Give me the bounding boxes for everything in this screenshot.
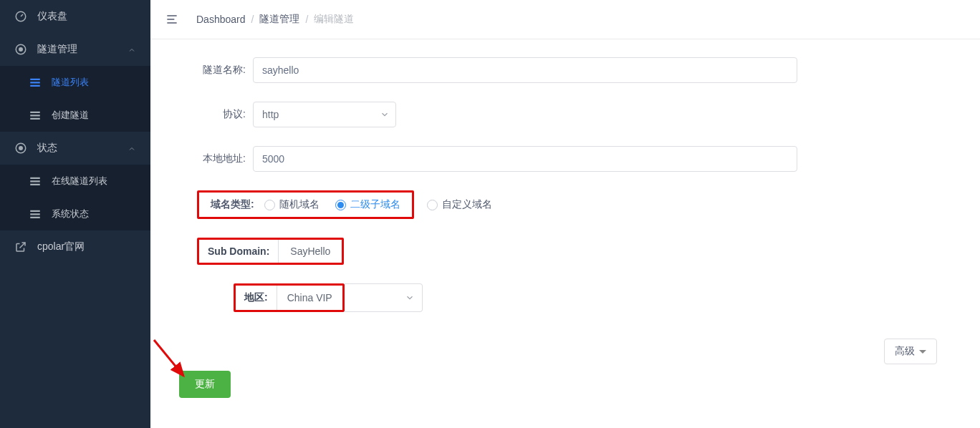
svg-rect-13 xyxy=(30,184,40,185)
svg-rect-8 xyxy=(30,118,40,120)
breadcrumb-sep: / xyxy=(251,14,254,25)
sidebar-item-label: 系统状态 xyxy=(52,208,89,220)
svg-rect-3 xyxy=(30,79,40,80)
chevron-down-icon xyxy=(405,293,415,303)
update-button[interactable]: 更新 xyxy=(179,371,231,398)
advanced-label: 高级 xyxy=(895,345,915,358)
sidebar-item-dashboard[interactable]: 仪表盘 xyxy=(0,0,150,33)
row-tunnel-name: 隧道名称: xyxy=(179,57,951,83)
breadcrumb-sep: / xyxy=(305,14,308,25)
sidebar-item-cpolar-site[interactable]: cpolar官网 xyxy=(0,230,150,263)
radio-label: 随机域名 xyxy=(279,198,320,211)
subdomain-value[interactable]: SayHello xyxy=(279,240,342,263)
radio-random-domain[interactable]: 随机域名 xyxy=(264,198,320,211)
list-icon xyxy=(29,76,42,89)
subdomain-highlight: Sub Domain: SayHello xyxy=(197,238,344,265)
radio-label: 二级子域名 xyxy=(350,198,400,211)
sidebar-item-online-tunnels[interactable]: 在线隧道列表 xyxy=(0,165,150,198)
sidebar-item-tunnel-list[interactable]: 隧道列表 xyxy=(0,66,150,99)
sidebar-item-status[interactable]: 状态 xyxy=(0,132,150,165)
list-icon xyxy=(29,175,42,188)
row-domain-type: 域名类型: 随机域名 二级子域名 自定义域名 xyxy=(179,190,951,219)
sidebar-item-label: cpolar官网 xyxy=(37,240,85,253)
triangle-down-icon xyxy=(919,350,926,354)
region-value: China VIP xyxy=(277,286,342,310)
svg-rect-7 xyxy=(30,115,40,116)
radio-circle-icon xyxy=(264,200,275,210)
toggle-sidebar-icon[interactable] xyxy=(165,12,179,26)
svg-rect-14 xyxy=(30,210,40,212)
row-local-addr: 本地地址: xyxy=(179,146,951,172)
sidebar-item-label: 仪表盘 xyxy=(37,10,67,23)
breadcrumb-current: 编辑隧道 xyxy=(314,13,354,26)
sidebar-item-label: 隧道管理 xyxy=(37,43,77,56)
local-addr-input[interactable] xyxy=(253,146,797,172)
submenu-tunnel-mgmt: 隧道列表 创建隧道 xyxy=(0,66,150,132)
advanced-button[interactable]: 高级 xyxy=(884,339,937,364)
sidebar-item-create-tunnel[interactable]: 创建隧道 xyxy=(0,99,150,132)
svg-rect-16 xyxy=(30,217,40,218)
sidebar-item-label: 创建隧道 xyxy=(52,109,89,122)
breadcrumb-item[interactable]: 隧道管理 xyxy=(259,13,299,26)
domain-type-label: 域名类型: xyxy=(208,198,264,211)
domain-type-highlight: 域名类型: 随机域名 二级子域名 xyxy=(197,190,414,219)
radio-custom-domain[interactable]: 自定义域名 xyxy=(427,198,492,211)
svg-rect-6 xyxy=(30,112,40,113)
svg-rect-12 xyxy=(30,180,40,182)
breadcrumb: Dashboard / 隧道管理 / 编辑隧道 xyxy=(196,13,354,26)
svg-rect-11 xyxy=(30,177,40,179)
protocol-value: http xyxy=(262,109,279,120)
svg-point-2 xyxy=(19,48,23,52)
sidebar-item-label: 状态 xyxy=(37,142,57,155)
dashboard-icon xyxy=(14,10,27,23)
sidebar-item-tunnel-mgmt[interactable]: 隧道管理 xyxy=(0,33,150,66)
sidebar-item-label: 隧道列表 xyxy=(52,76,89,89)
tunnel-name-input[interactable] xyxy=(253,57,797,83)
svg-rect-5 xyxy=(30,85,40,87)
sidebar: 仪表盘 隧道管理 隧道列表 创建隧道 xyxy=(0,0,150,428)
radio-label: 自定义域名 xyxy=(442,198,492,211)
row-region: 地区: China VIP xyxy=(234,283,951,312)
radio-subdomain[interactable]: 二级子域名 xyxy=(335,198,400,211)
protocol-select[interactable]: http xyxy=(253,102,396,127)
sidebar-item-system-status[interactable]: 系统状态 xyxy=(0,198,150,230)
form-content: 隧道名称: 协议: http 本地地址: 域名类型: xyxy=(150,39,980,428)
tunnel-name-label: 隧道名称: xyxy=(179,64,253,77)
radio-circle-icon xyxy=(427,200,438,210)
svg-point-10 xyxy=(19,147,23,150)
chevron-up-icon xyxy=(128,144,136,152)
status-icon xyxy=(14,142,27,155)
radio-circle-icon xyxy=(335,200,346,210)
local-addr-label: 本地地址: xyxy=(179,152,253,165)
chevron-down-icon xyxy=(380,110,390,120)
list-icon xyxy=(29,109,42,122)
external-link-icon xyxy=(14,240,27,253)
sidebar-item-label: 在线隧道列表 xyxy=(52,175,107,188)
region-select[interactable] xyxy=(344,283,423,312)
topbar: Dashboard / 隧道管理 / 编辑隧道 xyxy=(150,0,980,39)
submenu-status: 在线隧道列表 系统状态 xyxy=(0,165,150,230)
tunnel-icon xyxy=(14,43,27,56)
protocol-label: 协议: xyxy=(179,108,253,121)
region-label: 地区: xyxy=(236,286,277,310)
svg-rect-4 xyxy=(30,82,40,83)
svg-rect-15 xyxy=(30,213,40,215)
breadcrumb-item[interactable]: Dashboard xyxy=(196,14,246,25)
list-icon xyxy=(29,208,42,220)
region-highlight: 地区: China VIP xyxy=(234,283,345,312)
chevron-up-icon xyxy=(128,45,136,54)
subdomain-label: Sub Domain: xyxy=(199,240,279,263)
row-protocol: 协议: http xyxy=(179,102,951,127)
main: Dashboard / 隧道管理 / 编辑隧道 隧道名称: 协议: http xyxy=(150,0,980,428)
